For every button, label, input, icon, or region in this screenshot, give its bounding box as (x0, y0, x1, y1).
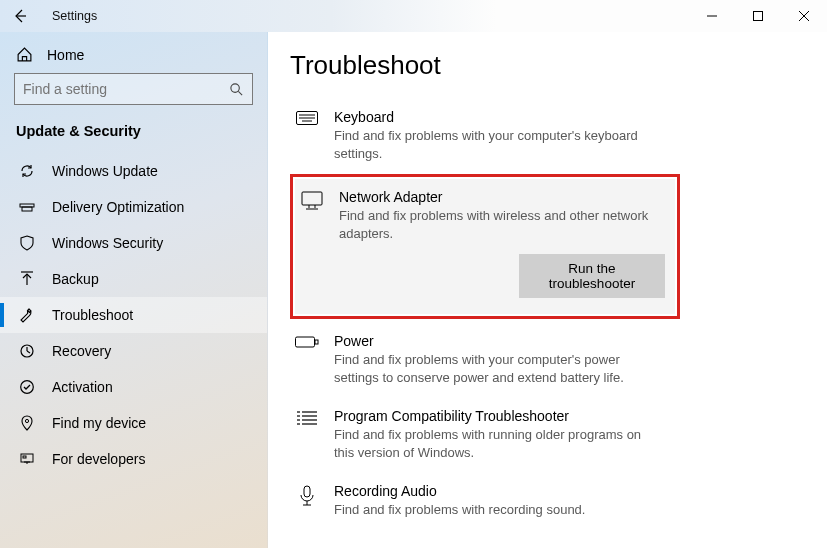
window-title: Settings (52, 9, 97, 23)
main-content: Troubleshoot Keyboard Find and fix probl… (268, 32, 827, 548)
microphone-icon (294, 483, 320, 507)
svg-rect-7 (22, 207, 32, 211)
troubleshooter-list[interactable]: Keyboard Find and fix problems with your… (290, 99, 827, 541)
sidebar-item-label: For developers (52, 451, 145, 467)
troubleshooter-search-indexing[interactable]: Search and Indexing Find and fix problem… (290, 531, 670, 541)
sync-icon (18, 163, 36, 179)
home-label: Home (47, 47, 84, 63)
troubleshooter-recording-audio[interactable]: Recording Audio Find and fix problems wi… (290, 473, 670, 531)
run-troubleshooter-button[interactable]: Run the troubleshooter (519, 254, 665, 298)
svg-point-13 (21, 381, 34, 394)
sidebar-item-windows-security[interactable]: Windows Security (0, 225, 267, 261)
sidebar-item-label: Windows Update (52, 163, 158, 179)
location-icon (18, 415, 36, 431)
sidebar-item-delivery-optimization[interactable]: Delivery Optimization (0, 189, 267, 225)
troubleshooter-desc: Find and fix problems with running older… (334, 426, 660, 461)
troubleshooter-power[interactable]: Power Find and fix problems with your co… (290, 323, 670, 398)
svg-point-14 (25, 419, 28, 422)
keyboard-icon (294, 109, 320, 127)
shield-icon (18, 235, 36, 251)
troubleshooter-title: Keyboard (334, 109, 660, 125)
troubleshooter-title: Recording Audio (334, 483, 660, 499)
sidebar-item-recovery[interactable]: Recovery (0, 333, 267, 369)
sidebar-item-label: Activation (52, 379, 113, 395)
troubleshooter-title: Network Adapter (339, 189, 665, 205)
troubleshooter-desc: Find and fix problems with your computer… (334, 127, 660, 162)
search-icon (229, 82, 244, 97)
sidebar-item-label: Windows Security (52, 235, 163, 251)
sidebar: Home Update & Security Windows Update (0, 32, 268, 548)
sidebar-item-troubleshoot[interactable]: Troubleshoot (0, 297, 267, 333)
sidebar-item-find-my-device[interactable]: Find my device (0, 405, 267, 441)
sidebar-item-label: Recovery (52, 343, 111, 359)
sidebar-item-label: Backup (52, 271, 99, 287)
svg-point-4 (231, 83, 239, 91)
troubleshooter-program-compatibility[interactable]: Program Compatibility Troubleshooter Fin… (290, 398, 670, 473)
troubleshooter-title: Program Compatibility Troubleshooter (334, 408, 660, 424)
svg-rect-16 (23, 456, 26, 458)
titlebar: Settings (0, 0, 827, 32)
page-title: Troubleshoot (290, 50, 827, 81)
svg-rect-29 (315, 340, 318, 344)
troubleshooter-desc: Find and fix problems with wireless and … (339, 207, 665, 242)
developers-icon (18, 451, 36, 467)
svg-rect-28 (296, 337, 315, 347)
battery-icon (294, 333, 320, 349)
troubleshooter-desc: Find and fix problems with your computer… (334, 351, 660, 386)
close-button[interactable] (781, 0, 827, 32)
home-icon (16, 46, 33, 63)
search-input-wrap[interactable] (14, 73, 253, 105)
sidebar-item-windows-update[interactable]: Windows Update (0, 153, 267, 189)
svg-rect-38 (304, 486, 310, 497)
svg-line-12 (27, 351, 30, 353)
sidebar-item-label: Find my device (52, 415, 146, 431)
monitor-icon (299, 189, 325, 211)
svg-rect-24 (302, 192, 322, 205)
troubleshooter-keyboard[interactable]: Keyboard Find and fix problems with your… (290, 99, 670, 174)
backup-icon (18, 271, 36, 287)
recovery-icon (18, 343, 36, 359)
search-input[interactable] (23, 81, 229, 97)
check-circle-icon (18, 379, 36, 395)
sidebar-item-for-developers[interactable]: For developers (0, 441, 267, 477)
maximize-button[interactable] (735, 0, 781, 32)
svg-line-5 (238, 91, 242, 95)
troubleshooter-network-adapter[interactable]: Network Adapter Find and fix problems wi… (295, 179, 675, 314)
troubleshooter-title: Power (334, 333, 660, 349)
svg-rect-1 (754, 12, 763, 21)
home-nav[interactable]: Home (0, 38, 267, 73)
list-icon (294, 408, 320, 426)
sidebar-item-label: Delivery Optimization (52, 199, 184, 215)
sidebar-item-backup[interactable]: Backup (0, 261, 267, 297)
sidebar-item-activation[interactable]: Activation (0, 369, 267, 405)
highlighted-selection: Network Adapter Find and fix problems wi… (290, 174, 680, 319)
troubleshooter-desc: Find and fix problems with recording sou… (334, 501, 660, 519)
delivery-icon (18, 199, 36, 215)
minimize-button[interactable] (689, 0, 735, 32)
back-button[interactable] (6, 2, 34, 30)
wrench-icon (18, 307, 36, 323)
sidebar-item-label: Troubleshoot (52, 307, 133, 323)
sidebar-section-title: Update & Security (0, 119, 267, 153)
